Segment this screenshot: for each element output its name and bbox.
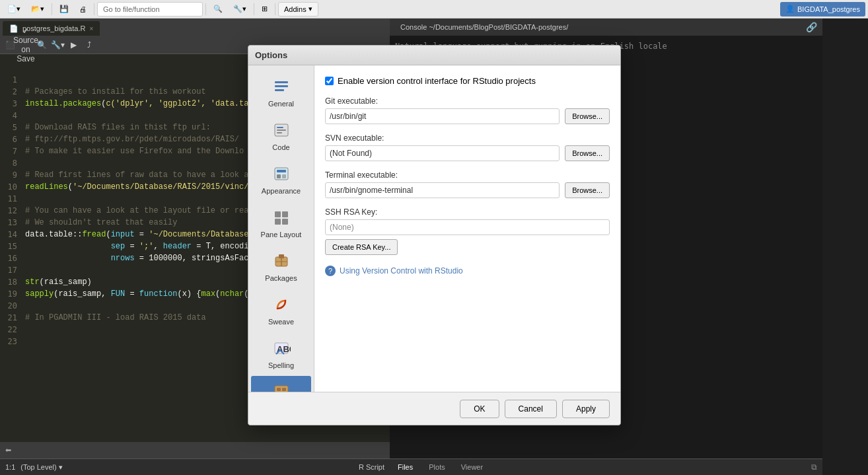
- tab-files[interactable]: Files: [395, 462, 416, 472]
- code-icon: [271, 120, 292, 141]
- git-executable-input[interactable]: [325, 108, 560, 124]
- sidebar-item-spelling[interactable]: ABC Spelling: [251, 332, 311, 375]
- svg-rect-10: [282, 174, 286, 178]
- terminal-executable-input[interactable]: [325, 182, 560, 198]
- ssh-rsa-key-input[interactable]: [325, 219, 610, 235]
- dialog-title: Options: [255, 50, 287, 60]
- find-btn[interactable]: 🔍: [209, 2, 227, 17]
- ssh-rsa-key-label: SSH RSA Key:: [325, 207, 610, 217]
- sidebar-item-packages[interactable]: Packages: [251, 245, 311, 287]
- pane-layout-icon: [271, 207, 292, 228]
- svg-rect-7: [275, 168, 288, 180]
- svn-executable-input[interactable]: [325, 145, 560, 161]
- help-question-icon: ?: [325, 266, 336, 276]
- help-link-text: Using Version Control with RStudio: [340, 266, 463, 275]
- sidebar-item-pane-layout[interactable]: Pane Layout: [251, 201, 311, 244]
- svn-browse-btn[interactable]: Browse...: [565, 145, 610, 161]
- addins-chevron: ▾: [308, 5, 312, 13]
- source-on-save-btn[interactable]: ✓ Source on Save: [18, 38, 33, 52]
- svg-rect-22: [277, 388, 281, 391]
- new-file-btn[interactable]: 📄▾: [3, 2, 25, 17]
- dialog-main-content: Enable version control interface for RSt…: [314, 65, 620, 392]
- line-numbers: 12345 678910 1112131415 1617181920 21222…: [0, 73, 20, 349]
- run-btn[interactable]: ▶: [66, 38, 81, 52]
- version-control-checkbox[interactable]: [325, 77, 334, 85]
- svn-executable-row: Browse...: [325, 145, 610, 161]
- svg-rect-12: [282, 211, 288, 217]
- console-maximize-icons[interactable]: ⧉: [811, 462, 817, 472]
- addins-label: Addins: [284, 5, 307, 13]
- sidebar-item-sweave[interactable]: Sweave: [251, 289, 311, 331]
- sidebar-item-appearance[interactable]: Appearance: [251, 158, 311, 200]
- packages-label: Packages: [265, 274, 297, 282]
- pane-layout-label: Pane Layout: [261, 231, 302, 238]
- tab-plots[interactable]: Plots: [426, 462, 447, 472]
- svg-rect-9: [277, 174, 281, 178]
- save-btn[interactable]: 💾: [55, 2, 73, 17]
- git-executable-group: Git executable: Browse...: [325, 96, 610, 124]
- sidebar-item-general[interactable]: General: [251, 71, 311, 113]
- svg-rect-2: [275, 89, 284, 91]
- ssh-rsa-key-group: SSH RSA Key: Create RSA Key...: [325, 207, 610, 255]
- tab-viewer[interactable]: Viewer: [458, 462, 486, 472]
- terminal-executable-label: Terminal executable:: [325, 170, 610, 180]
- addins-btn[interactable]: Addins ▾: [278, 2, 318, 17]
- separator-2: [94, 3, 94, 15]
- svg-rect-0: [275, 81, 288, 83]
- sweave-icon: [271, 294, 292, 315]
- scroll-indicator: ⬅: [5, 446, 11, 455]
- svg-rect-6: [277, 132, 282, 133]
- code-label: Code: [272, 143, 289, 151]
- tools-btn[interactable]: 🔧▾: [229, 2, 251, 17]
- print-btn[interactable]: 🖨: [75, 2, 91, 17]
- svg-rect-13: [275, 219, 281, 225]
- options-dialog: Options General: [248, 45, 621, 425]
- go-to-file-input[interactable]: Go to file/function: [97, 2, 203, 17]
- console-tabs: Console ~/Documents/BlogPost/BIGDATA-pos…: [390, 18, 822, 36]
- sweave-label: Sweave: [268, 318, 294, 326]
- svg-rect-14: [282, 219, 288, 225]
- general-icon: [271, 76, 292, 97]
- console-tab-label[interactable]: Console ~/Documents/BlogPost/BIGDATA-pos…: [395, 22, 573, 32]
- bottom-tabs: Files Plots Viewer ⧉: [390, 458, 822, 475]
- dialog-titlebar: Options: [248, 46, 620, 65]
- git-executable-label: Git executable:: [325, 96, 610, 106]
- svg-rect-11: [275, 211, 281, 217]
- sidebar-item-git-svn[interactable]: Git/SVN: [251, 376, 311, 392]
- editor-tabs: 📄 postgres_bigdata.R ×: [0, 18, 390, 36]
- dialog-footer: OK Cancel Apply: [248, 392, 620, 425]
- git-browse-btn[interactable]: Browse...: [565, 108, 610, 124]
- general-label: General: [268, 100, 294, 108]
- git-executable-row: Browse...: [325, 108, 610, 124]
- create-rsa-key-btn[interactable]: Create RSA Key...: [325, 239, 398, 255]
- spelling-icon: ABC: [271, 338, 292, 359]
- svg-rect-1: [275, 85, 288, 87]
- lint-btn[interactable]: 🔧▾: [50, 38, 65, 52]
- go-to-file-label: Go to file/function: [103, 5, 160, 13]
- source-top-btn[interactable]: ⤴: [82, 38, 96, 52]
- separator-4: [254, 3, 254, 15]
- separator-1: [52, 3, 52, 15]
- help-link[interactable]: ? Using Version Control with RStudio: [325, 266, 610, 276]
- dialog-sidebar: General Code: [248, 65, 314, 392]
- terminal-browse-btn[interactable]: Browse...: [565, 182, 610, 198]
- cursor-position: 1:1: [5, 463, 15, 471]
- cancel-btn[interactable]: Cancel: [505, 400, 557, 418]
- version-control-row: Enable version control interface for RSt…: [325, 76, 610, 86]
- console-link-icon[interactable]: 🔗: [806, 22, 817, 32]
- search-btn[interactable]: 🔍: [34, 38, 49, 52]
- version-control-label: Enable version control interface for RSt…: [338, 76, 536, 86]
- grid-btn[interactable]: ⊞: [257, 2, 272, 17]
- editor-tab-close[interactable]: ×: [89, 25, 93, 32]
- sidebar-item-code[interactable]: Code: [251, 114, 311, 157]
- svn-executable-label: SVN executable:: [325, 133, 610, 143]
- separator-3: [205, 3, 206, 15]
- top-toolbar: 📄▾ 📂▾ 💾 🖨 Go to file/function 🔍 🔧▾ ⊞ Add…: [0, 0, 868, 18]
- svn-executable-group: SVN executable: Browse...: [325, 133, 610, 161]
- open-file-btn[interactable]: 📂▾: [26, 2, 49, 17]
- dialog-body: General Code: [248, 65, 620, 392]
- apply-btn[interactable]: Apply: [562, 400, 610, 418]
- user-badge: 👤 BIGDATA_postgres: [780, 2, 865, 17]
- ok-btn[interactable]: OK: [460, 400, 499, 418]
- packages-icon: [271, 250, 292, 272]
